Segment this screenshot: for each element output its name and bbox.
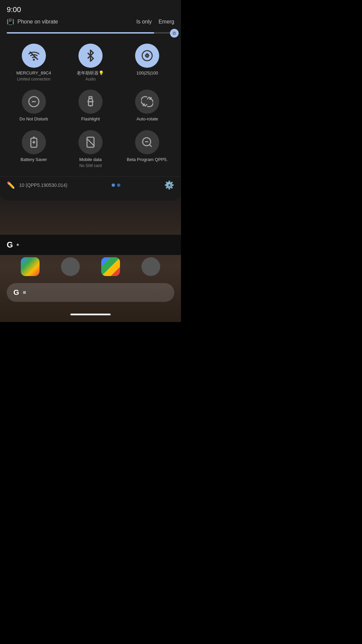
brightness-thumb bbox=[170, 29, 179, 38]
tile-auto-rotate-label: Auto-rotate bbox=[136, 116, 158, 122]
tile-flashlight-label: Flashlight bbox=[81, 116, 100, 122]
tile-mobile-data-circle bbox=[78, 130, 103, 154]
tile-flashlight-circle bbox=[78, 90, 103, 114]
vibrate-icon: 📳 bbox=[7, 18, 14, 25]
google-logo: G bbox=[7, 240, 13, 250]
dock-icon-4[interactable] bbox=[141, 257, 160, 276]
dock-icon-2[interactable] bbox=[61, 257, 80, 276]
tiles-grid: MERCURY_89C4 Limited connection 老年助听器💡 A… bbox=[0, 38, 181, 176]
footer-left: ✏️ 10 (QPP5.190530.014) bbox=[7, 181, 67, 189]
tile-mobile-data[interactable]: Mobile data No SIM card bbox=[63, 127, 117, 171]
google-dot: • bbox=[16, 240, 19, 250]
svg-line-27 bbox=[149, 145, 152, 147]
svg-line-8 bbox=[176, 32, 176, 32]
status-bar: 9:00 bbox=[0, 0, 181, 17]
svg-line-7 bbox=[173, 35, 173, 35]
brightness-track bbox=[7, 32, 174, 34]
tile-beta-program[interactable]: Beta Program QPP5. bbox=[120, 127, 174, 171]
edit-icon[interactable]: ✏️ bbox=[7, 181, 15, 189]
tile-dnd-label: Do Not Disturb bbox=[19, 116, 48, 122]
dock-icon-3[interactable] bbox=[101, 257, 120, 276]
tile-auto-rotate[interactable]: Auto-rotate bbox=[120, 87, 174, 125]
tile-wifi-sublabel: Limited connection bbox=[17, 77, 51, 82]
tile-battery-share-label: 100|25|100 bbox=[136, 70, 158, 76]
tile-mobile-data-label: Mobile data bbox=[79, 157, 102, 163]
tile-wifi-circle bbox=[22, 44, 46, 68]
dock bbox=[0, 255, 181, 278]
tile-wifi-label: MERCURY_89C4 bbox=[16, 70, 51, 76]
svg-rect-17 bbox=[88, 102, 93, 106]
svg-line-3 bbox=[173, 32, 173, 32]
footer-bar: ✏️ 10 (QPP5.190530.014) ⚙️ bbox=[0, 176, 181, 194]
tile-mobile-data-sublabel: No SIM card bbox=[79, 163, 102, 168]
notif-left: 📳 Phone on vibrate bbox=[7, 18, 58, 25]
tile-flashlight[interactable]: Flashlight bbox=[63, 87, 117, 125]
emerg-label: Emerg bbox=[159, 19, 174, 25]
page-dot-1 bbox=[112, 183, 115, 187]
footer-dots bbox=[112, 183, 120, 187]
tile-battery-saver-circle bbox=[22, 130, 46, 154]
tile-bluetooth[interactable]: 老年助听器💡 Audio bbox=[63, 41, 117, 84]
bottom-search-bar[interactable]: G bbox=[7, 283, 174, 302]
status-time: 9:00 bbox=[7, 5, 21, 14]
svg-point-0 bbox=[173, 32, 175, 34]
tile-battery-saver[interactable]: Battery Saver bbox=[7, 127, 61, 171]
svg-line-25 bbox=[86, 138, 95, 146]
svg-line-4 bbox=[176, 35, 176, 35]
tile-battery-saver-label: Battery Saver bbox=[20, 157, 47, 163]
tile-dnd-circle bbox=[22, 90, 46, 114]
tile-wifi[interactable]: MERCURY_89C4 Limited connection bbox=[7, 41, 61, 84]
brightness-row[interactable] bbox=[0, 28, 181, 38]
notif-right: Is only Emerg bbox=[136, 19, 174, 25]
tile-dnd[interactable]: Do Not Disturb bbox=[7, 87, 61, 125]
is-only-label: Is only bbox=[136, 19, 152, 25]
svg-point-9 bbox=[33, 59, 34, 60]
google-bar: G • bbox=[0, 235, 181, 255]
tile-battery-share-circle bbox=[135, 44, 159, 68]
footer-version: 10 (QPP5.190530.014) bbox=[19, 182, 67, 188]
google-search-logo: G bbox=[13, 288, 19, 297]
notif-bar: 📳 Phone on vibrate Is only Emerg bbox=[0, 17, 181, 28]
tile-battery-share[interactable]: 100|25|100 bbox=[120, 41, 174, 84]
tile-beta-program-circle bbox=[135, 130, 159, 154]
google-search-dot bbox=[23, 291, 26, 294]
tile-bluetooth-label: 老年助听器💡 bbox=[77, 70, 104, 76]
tile-beta-program-label: Beta Program QPP5. bbox=[127, 157, 168, 163]
dock-icon-1[interactable] bbox=[21, 257, 40, 276]
tile-bluetooth-circle bbox=[78, 44, 103, 68]
page-dot-2 bbox=[117, 183, 120, 187]
tile-auto-rotate-circle bbox=[135, 90, 159, 114]
home-indicator[interactable] bbox=[70, 314, 111, 315]
tile-bluetooth-sublabel: Audio bbox=[85, 77, 96, 82]
brightness-fill bbox=[7, 32, 154, 34]
vibrate-label: Phone on vibrate bbox=[17, 19, 58, 25]
brightness-slider[interactable] bbox=[7, 32, 174, 34]
quick-settings-panel: 9:00 📳 Phone on vibrate Is only Emerg bbox=[0, 0, 181, 201]
settings-icon[interactable]: ⚙️ bbox=[164, 180, 174, 190]
